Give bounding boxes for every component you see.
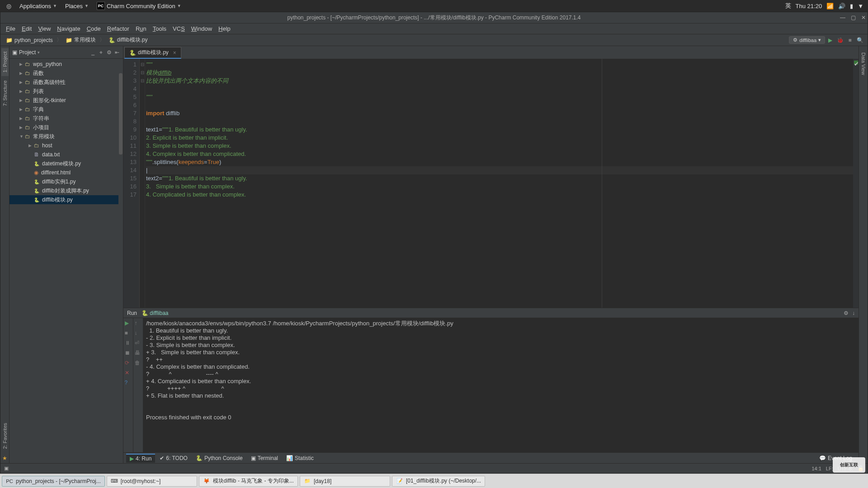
- taskbar-label: python_projects - [~/PycharmProj...: [16, 478, 101, 484]
- scrollbar-thumb[interactable]: [119, 73, 123, 155]
- breadcrumb-folder[interactable]: 📁 常用模块: [63, 35, 99, 45]
- line-separator[interactable]: LF:: [826, 466, 833, 471]
- search-icon[interactable]: 🔍: [856, 36, 864, 44]
- menu-vcs[interactable]: VCS: [170, 24, 188, 33]
- rerun-icon[interactable]: ▶: [125, 320, 132, 327]
- tree-item[interactable]: 🐍difflib实例1.py: [9, 177, 123, 186]
- tree-item[interactable]: ▶🗀wps_python: [9, 60, 123, 69]
- tree-item[interactable]: 🐍difflib模块.py: [9, 195, 123, 204]
- tree-item[interactable]: ◉diffirent.html: [9, 168, 123, 177]
- run-settings-icon[interactable]: ⚙: [844, 310, 849, 316]
- print-icon[interactable]: 🖶: [135, 350, 142, 357]
- run-config-selector[interactable]: ⚙ difflibaa ▾: [789, 36, 825, 44]
- tree-item[interactable]: ▶🗀函数高级特性: [9, 78, 123, 87]
- activities-icon[interactable]: ◎: [3, 1, 15, 11]
- app-icon: 📝: [396, 478, 403, 485]
- debug-button[interactable]: 🐞: [836, 36, 844, 44]
- caret-position[interactable]: 14:1: [811, 466, 821, 471]
- menu-view[interactable]: View: [35, 24, 53, 33]
- python-file-icon: 🐍: [34, 188, 39, 193]
- tool-todo[interactable]: ✔ 6: TODO: [156, 454, 191, 462]
- navbar: 📁 python_projects 〉 📁 常用模块 〉 🐍 difflib模块…: [0, 34, 868, 46]
- tool-python-console[interactable]: 🐍 Python Console: [192, 454, 246, 462]
- menu-file[interactable]: File: [3, 24, 18, 33]
- battery-icon[interactable]: ▮: [850, 3, 853, 9]
- ime-indicator[interactable]: 英: [785, 2, 791, 10]
- tree-item[interactable]: 🐍datetime模块.py: [9, 159, 123, 168]
- scroll-up-icon[interactable]: ↑: [135, 320, 142, 327]
- taskbar-button[interactable]: 📁[day18]: [300, 476, 390, 487]
- error-strip[interactable]: ✔: [853, 59, 859, 308]
- tab-favorites[interactable]: 2: Favorites: [1, 419, 9, 452]
- scroll-down-icon[interactable]: ↓: [135, 330, 142, 337]
- power-menu-icon[interactable]: ▼: [858, 3, 863, 9]
- volume-icon[interactable]: 🔊: [838, 3, 845, 9]
- menu-window[interactable]: Window: [189, 24, 215, 33]
- restart-icon[interactable]: ⟳: [125, 360, 132, 367]
- close-button[interactable]: ✕: [861, 14, 866, 21]
- help-icon[interactable]: ?: [125, 380, 132, 387]
- project-panel-title[interactable]: ▣ Project ▾: [12, 49, 88, 56]
- status-message-icon[interactable]: ▣: [4, 465, 9, 471]
- pause-icon[interactable]: ⏸: [125, 340, 132, 347]
- clock[interactable]: Thu 21:20: [796, 3, 822, 9]
- tree-item[interactable]: ▶🗀小项目: [9, 123, 123, 132]
- taskbar-button[interactable]: PCpython_projects - [~/PycharmProj...: [2, 476, 105, 487]
- tree-item[interactable]: ▼🗀常用模块: [9, 132, 123, 141]
- soft-wrap-icon[interactable]: ⏎: [135, 340, 142, 347]
- run-tab-label[interactable]: Run: [127, 310, 137, 316]
- tree-item[interactable]: ▶🗀host: [9, 141, 123, 150]
- autoscroll-icon[interactable]: ⌖: [98, 49, 104, 56]
- stop-button[interactable]: ■: [846, 36, 854, 44]
- tool-run[interactable]: ▶4: Run: [126, 454, 155, 463]
- menu-navigate[interactable]: Navigate: [54, 24, 83, 33]
- menu-tools[interactable]: Tools: [150, 24, 169, 33]
- collapse-icon[interactable]: ⎯: [90, 49, 96, 56]
- menu-refactor[interactable]: Refactor: [104, 24, 132, 33]
- run-button[interactable]: ▶: [826, 36, 834, 44]
- run-config-label[interactable]: 🐍 difflibaa: [142, 310, 169, 316]
- tab-data-view[interactable]: Data View: [860, 49, 867, 79]
- tool-terminal[interactable]: ▣ Terminal: [247, 454, 282, 462]
- maximize-button[interactable]: ▢: [851, 14, 856, 21]
- tree-item[interactable]: ▶🗀列表: [9, 87, 123, 96]
- breadcrumb-file[interactable]: 🐍 difflib模块.py: [106, 35, 151, 45]
- menu-code[interactable]: Code: [84, 24, 104, 33]
- run-hide-icon[interactable]: ↓: [852, 310, 855, 316]
- tab-structure[interactable]: 7: Structure: [1, 77, 9, 110]
- console-output[interactable]: /home/kiosk/anaconda3/envs/wps/bin/pytho…: [143, 318, 859, 452]
- tool-statistic[interactable]: 📊 Statistic: [283, 454, 317, 462]
- taskbar-button[interactable]: 🦊模块difflib - 马克飞象 - 专为印象...: [199, 476, 298, 487]
- tree-item[interactable]: ▶🗀字典: [9, 105, 123, 114]
- places-menu[interactable]: Places▼: [61, 1, 92, 11]
- clear-icon[interactable]: 🗑: [135, 360, 142, 367]
- stop-icon[interactable]: ■: [125, 330, 132, 337]
- fold-gutter[interactable]: ⊟ ⊟ ⊟: [140, 59, 145, 308]
- editor-tab-active[interactable]: 🐍 difflib模块.py×: [124, 47, 181, 59]
- tree-item[interactable]: 🗎data.txt: [9, 150, 123, 159]
- menu-run[interactable]: Run: [133, 24, 149, 33]
- wifi-icon[interactable]: 📶: [826, 3, 834, 9]
- tab-project[interactable]: 1: Project: [1, 48, 9, 76]
- project-tree[interactable]: ▶🗀wps_python▶🗀函数▶🗀函数高级特性▶🗀列表▶🗀图形化-tkinte…: [9, 59, 123, 463]
- menu-help[interactable]: Help: [216, 24, 233, 33]
- tree-item[interactable]: ▶🗀函数: [9, 69, 123, 78]
- tree-item[interactable]: ▶🗀图形化-tkinter: [9, 96, 123, 105]
- hide-panel-icon[interactable]: ⇤: [114, 49, 120, 56]
- breadcrumb-root[interactable]: 📁 python_projects: [3, 36, 56, 44]
- exit-icon[interactable]: ⏹: [125, 350, 132, 357]
- code-area[interactable]: """模块difflib比较并找出两个文本内容的不同"""import diff…: [145, 59, 859, 308]
- star-icon: ★: [2, 453, 7, 463]
- close-run-icon[interactable]: ✕: [125, 370, 132, 377]
- app-menu[interactable]: PCCharm Community Edition▼: [93, 0, 185, 11]
- settings-icon[interactable]: ⚙: [106, 49, 112, 56]
- folder-icon: 🗀: [25, 124, 30, 131]
- taskbar-button[interactable]: ⌨[root@myhost:~]: [107, 476, 197, 487]
- minimize-button[interactable]: —: [840, 14, 845, 21]
- menu-edit[interactable]: Edit: [19, 24, 34, 33]
- tree-item[interactable]: ▶🗀字符串: [9, 114, 123, 123]
- close-tab-icon[interactable]: ×: [173, 50, 176, 56]
- applications-menu[interactable]: Applications▼: [16, 1, 61, 11]
- taskbar-button[interactable]: 📝[01_difflib模块.py (~/Desktop/...: [392, 476, 485, 487]
- tree-item[interactable]: 🐍difflib封装成脚本.py: [9, 186, 123, 195]
